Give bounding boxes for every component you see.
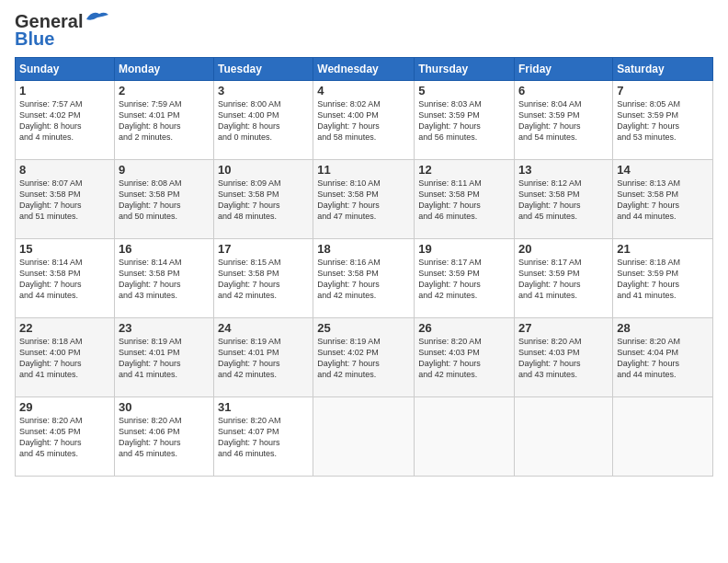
day-header-friday: Friday — [515, 58, 613, 81]
day-number: 27 — [518, 321, 609, 335]
calendar-cell: 11Sunrise: 8:10 AM Sunset: 3:58 PM Dayli… — [313, 160, 415, 239]
calendar-cell: 7Sunrise: 8:05 AM Sunset: 3:59 PM Daylig… — [613, 81, 713, 160]
day-number: 5 — [418, 84, 510, 98]
day-info: Sunrise: 8:17 AM Sunset: 3:59 PM Dayligh… — [518, 257, 609, 302]
day-header-thursday: Thursday — [415, 58, 515, 81]
day-info: Sunrise: 8:16 AM Sunset: 3:58 PM Dayligh… — [317, 257, 410, 302]
day-header-monday: Monday — [114, 58, 213, 81]
day-info: Sunrise: 8:18 AM Sunset: 4:00 PM Dayligh… — [19, 336, 110, 381]
day-number: 1 — [19, 84, 110, 98]
calendar-cell: 20Sunrise: 8:17 AM Sunset: 3:59 PM Dayli… — [515, 239, 613, 318]
day-info: Sunrise: 8:20 AM Sunset: 4:03 PM Dayligh… — [418, 336, 510, 381]
calendar-week-1: 1Sunrise: 7:57 AM Sunset: 4:02 PM Daylig… — [16, 81, 713, 160]
day-number: 26 — [418, 321, 510, 335]
calendar-cell: 30Sunrise: 8:20 AM Sunset: 4:06 PM Dayli… — [114, 397, 213, 477]
day-info: Sunrise: 8:20 AM Sunset: 4:07 PM Dayligh… — [218, 415, 309, 460]
calendar-cell — [313, 397, 415, 477]
day-number: 25 — [317, 321, 410, 335]
day-info: Sunrise: 8:14 AM Sunset: 3:58 PM Dayligh… — [119, 257, 210, 302]
calendar-cell: 25Sunrise: 8:19 AM Sunset: 4:02 PM Dayli… — [313, 318, 415, 397]
calendar-cell — [415, 397, 515, 477]
calendar-cell: 2Sunrise: 7:59 AM Sunset: 4:01 PM Daylig… — [114, 81, 213, 160]
day-info: Sunrise: 8:19 AM Sunset: 4:01 PM Dayligh… — [119, 336, 210, 381]
calendar-cell: 26Sunrise: 8:20 AM Sunset: 4:03 PM Dayli… — [415, 318, 515, 397]
day-number: 16 — [119, 242, 210, 256]
day-header-tuesday: Tuesday — [214, 58, 313, 81]
day-info: Sunrise: 8:13 AM Sunset: 3:58 PM Dayligh… — [617, 178, 709, 223]
day-info: Sunrise: 8:20 AM Sunset: 4:03 PM Dayligh… — [518, 336, 609, 381]
calendar-cell: 4Sunrise: 8:02 AM Sunset: 4:00 PM Daylig… — [313, 81, 415, 160]
calendar-cell: 27Sunrise: 8:20 AM Sunset: 4:03 PM Dayli… — [515, 318, 613, 397]
day-number: 6 — [518, 84, 609, 98]
day-number: 21 — [617, 242, 709, 256]
day-info: Sunrise: 8:18 AM Sunset: 3:59 PM Dayligh… — [617, 257, 709, 302]
day-info: Sunrise: 8:12 AM Sunset: 3:58 PM Dayligh… — [518, 178, 609, 223]
day-number: 8 — [19, 163, 110, 177]
day-number: 13 — [518, 163, 609, 177]
calendar-week-2: 8Sunrise: 8:07 AM Sunset: 3:58 PM Daylig… — [16, 160, 713, 239]
calendar-cell: 24Sunrise: 8:19 AM Sunset: 4:01 PM Dayli… — [214, 318, 313, 397]
day-number: 23 — [119, 321, 210, 335]
calendar-cell: 31Sunrise: 8:20 AM Sunset: 4:07 PM Dayli… — [214, 397, 313, 477]
day-number: 31 — [218, 400, 309, 414]
day-number: 11 — [317, 163, 410, 177]
logo: General Blue — [15, 11, 110, 50]
calendar-week-4: 22Sunrise: 8:18 AM Sunset: 4:00 PM Dayli… — [16, 318, 713, 397]
day-number: 19 — [418, 242, 510, 256]
calendar-cell: 22Sunrise: 8:18 AM Sunset: 4:00 PM Dayli… — [16, 318, 115, 397]
day-info: Sunrise: 8:19 AM Sunset: 4:01 PM Dayligh… — [218, 336, 309, 381]
calendar-cell — [613, 397, 713, 477]
day-info: Sunrise: 8:09 AM Sunset: 3:58 PM Dayligh… — [218, 178, 309, 223]
day-number: 12 — [418, 163, 510, 177]
calendar-week-5: 29Sunrise: 8:20 AM Sunset: 4:05 PM Dayli… — [16, 397, 713, 477]
day-number: 28 — [617, 321, 709, 335]
day-info: Sunrise: 8:03 AM Sunset: 3:59 PM Dayligh… — [418, 98, 510, 144]
day-info: Sunrise: 8:05 AM Sunset: 3:59 PM Dayligh… — [617, 98, 709, 144]
day-info: Sunrise: 8:00 AM Sunset: 4:00 PM Dayligh… — [218, 98, 309, 144]
day-header-saturday: Saturday — [613, 58, 713, 81]
calendar-cell: 3Sunrise: 8:00 AM Sunset: 4:00 PM Daylig… — [214, 81, 313, 160]
calendar-cell: 21Sunrise: 8:18 AM Sunset: 3:59 PM Dayli… — [613, 239, 713, 318]
calendar-cell: 29Sunrise: 8:20 AM Sunset: 4:05 PM Dayli… — [16, 397, 115, 477]
header: General Blue — [15, 11, 713, 50]
calendar-cell: 19Sunrise: 8:17 AM Sunset: 3:59 PM Dayli… — [415, 239, 515, 318]
calendar-week-3: 15Sunrise: 8:14 AM Sunset: 3:58 PM Dayli… — [16, 239, 713, 318]
day-number: 20 — [518, 242, 609, 256]
calendar-body: 1Sunrise: 7:57 AM Sunset: 4:02 PM Daylig… — [16, 81, 713, 477]
day-number: 14 — [617, 163, 709, 177]
day-number: 7 — [617, 84, 709, 98]
calendar-cell: 13Sunrise: 8:12 AM Sunset: 3:58 PM Dayli… — [515, 160, 613, 239]
page: General Blue SundayMondayTuesdayWednesda… — [0, 0, 728, 563]
day-number: 4 — [317, 84, 410, 98]
calendar-cell — [515, 397, 613, 477]
day-info: Sunrise: 8:11 AM Sunset: 3:58 PM Dayligh… — [418, 178, 510, 223]
day-info: Sunrise: 8:15 AM Sunset: 3:58 PM Dayligh… — [218, 257, 309, 302]
day-info: Sunrise: 8:07 AM Sunset: 3:58 PM Dayligh… — [19, 178, 110, 223]
calendar-cell: 15Sunrise: 8:14 AM Sunset: 3:58 PM Dayli… — [16, 239, 115, 318]
day-number: 17 — [218, 242, 309, 256]
calendar-cell: 16Sunrise: 8:14 AM Sunset: 3:58 PM Dayli… — [114, 239, 213, 318]
day-info: Sunrise: 8:10 AM Sunset: 3:58 PM Dayligh… — [317, 178, 410, 223]
day-number: 10 — [218, 163, 309, 177]
days-header-row: SundayMondayTuesdayWednesdayThursdayFrid… — [16, 58, 713, 81]
day-info: Sunrise: 8:02 AM Sunset: 4:00 PM Dayligh… — [317, 98, 410, 144]
day-number: 18 — [317, 242, 410, 256]
day-number: 29 — [19, 400, 110, 414]
calendar-cell: 9Sunrise: 8:08 AM Sunset: 3:58 PM Daylig… — [114, 160, 213, 239]
day-number: 15 — [19, 242, 110, 256]
day-number: 9 — [119, 163, 210, 177]
calendar-cell: 12Sunrise: 8:11 AM Sunset: 3:58 PM Dayli… — [415, 160, 515, 239]
day-header-wednesday: Wednesday — [313, 58, 415, 81]
calendar-header: SundayMondayTuesdayWednesdayThursdayFrid… — [16, 58, 713, 81]
day-info: Sunrise: 8:20 AM Sunset: 4:06 PM Dayligh… — [119, 415, 210, 460]
logo-block: General Blue — [15, 11, 110, 50]
calendar-cell: 5Sunrise: 8:03 AM Sunset: 3:59 PM Daylig… — [415, 81, 515, 160]
day-number: 30 — [119, 400, 210, 414]
day-info: Sunrise: 8:20 AM Sunset: 4:05 PM Dayligh… — [19, 415, 110, 460]
logo-bird-icon — [85, 10, 110, 29]
day-info: Sunrise: 8:20 AM Sunset: 4:04 PM Dayligh… — [617, 336, 709, 381]
day-info: Sunrise: 8:08 AM Sunset: 3:58 PM Dayligh… — [119, 178, 210, 223]
day-info: Sunrise: 7:59 AM Sunset: 4:01 PM Dayligh… — [119, 98, 210, 144]
calendar-cell: 6Sunrise: 8:04 AM Sunset: 3:59 PM Daylig… — [515, 81, 613, 160]
day-header-sunday: Sunday — [16, 58, 115, 81]
